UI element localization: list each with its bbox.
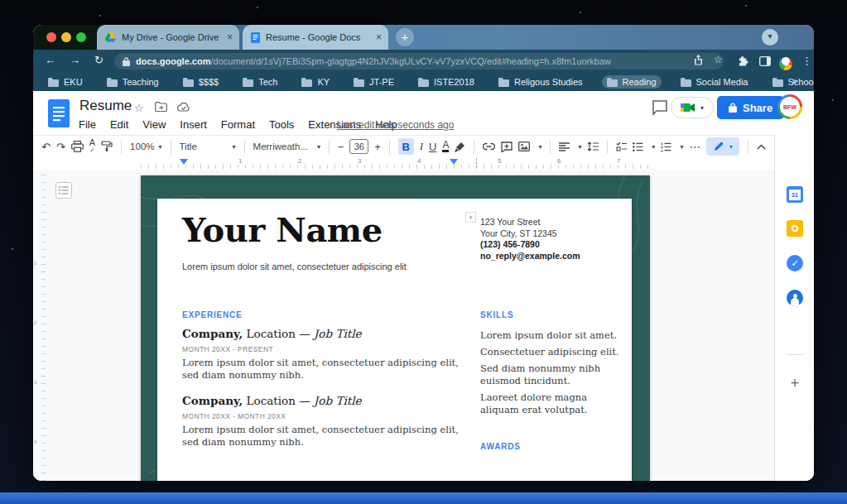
- contact-block[interactable]: 123 Your Street Your City, ST 12345 (123…: [480, 217, 580, 262]
- bookmark-folder-religous-studies[interactable]: Religous Studies: [493, 75, 588, 89]
- url-omnibox[interactable]: docs.google.com /document/d/1sVj7EBi3Spm…: [114, 53, 724, 70]
- decrease-font-size-button[interactable]: −: [338, 141, 344, 153]
- menu-format[interactable]: Format: [221, 118, 255, 131]
- maps-icon[interactable]: [787, 324, 803, 340]
- awards-heading[interactable]: AWARDS: [480, 442, 521, 451]
- redo-icon[interactable]: ↷: [56, 141, 65, 153]
- close-tab-icon[interactable]: ×: [376, 31, 382, 43]
- menu-file[interactable]: File: [79, 118, 96, 131]
- tab-my-drive[interactable]: My Drive - Google Drive ×: [97, 25, 239, 50]
- numbered-list-icon[interactable]: [661, 142, 671, 151]
- bookmark-folder-jtpe[interactable]: JT-PE: [349, 75, 399, 89]
- keep-icon[interactable]: [787, 220, 803, 237]
- column-margin-marker[interactable]: [450, 159, 458, 165]
- resume-content-card[interactable]: ▾ Your Name Lorem ipsum dolor sit amet, …: [157, 199, 632, 481]
- undo-icon[interactable]: ↶: [41, 141, 51, 153]
- menu-view[interactable]: View: [142, 118, 166, 131]
- google-docs-logo-icon[interactable]: [48, 99, 70, 127]
- new-tab-button[interactable]: +: [396, 28, 414, 46]
- menu-edit[interactable]: Edit: [110, 118, 128, 131]
- last-edit-link[interactable]: Last edit was seconds ago: [337, 119, 454, 131]
- font-size-input[interactable]: 36: [349, 139, 368, 154]
- italic-button[interactable]: I: [420, 140, 423, 153]
- skills-heading[interactable]: SKILLS: [480, 310, 513, 319]
- bookmark-folder-teaching[interactable]: Teaching: [102, 75, 164, 89]
- reload-icon[interactable]: ↻: [94, 54, 103, 66]
- spellcheck-icon[interactable]: A✓: [89, 140, 95, 153]
- experience-1-title[interactable]: Company, Location — Job Title: [182, 327, 361, 340]
- more-toolbar-icon[interactable]: ⋯: [689, 140, 700, 153]
- move-to-folder-icon[interactable]: [155, 102, 167, 112]
- close-window-button[interactable]: [46, 32, 56, 42]
- experience-heading[interactable]: EXPERIENCE: [182, 310, 242, 319]
- share-page-icon[interactable]: [694, 55, 703, 65]
- editing-mode-button[interactable]: ▾: [706, 137, 739, 156]
- close-tab-icon[interactable]: ×: [227, 31, 233, 43]
- checklist-icon[interactable]: [616, 142, 627, 151]
- text-color-button[interactable]: A: [442, 141, 449, 152]
- minimize-window-button[interactable]: [61, 32, 71, 42]
- insert-image-icon[interactable]: [518, 142, 530, 151]
- highlight-color-icon[interactable]: [455, 142, 465, 152]
- show-side-panel-chevron-icon[interactable]: ›: [789, 476, 793, 481]
- forward-icon[interactable]: →: [70, 54, 80, 66]
- paint-format-icon[interactable]: [101, 141, 113, 152]
- align-dropdown-icon[interactable]: ▾: [578, 143, 581, 151]
- line-spacing-icon[interactable]: [587, 142, 599, 151]
- underline-button[interactable]: U: [429, 141, 436, 153]
- align-icon[interactable]: [559, 142, 570, 151]
- meet-dropdown-icon[interactable]: ▾: [700, 104, 704, 112]
- menu-insert[interactable]: Insert: [180, 118, 207, 131]
- tab-search-chevron-icon[interactable]: ▾: [762, 29, 778, 46]
- experience-1-body[interactable]: Lorem ipsum dolor sit amet, consectetuer…: [182, 357, 460, 382]
- bookmarks-overflow-icon[interactable]: »: [792, 75, 797, 87]
- meet-join-button[interactable]: ▾: [671, 97, 714, 118]
- experience-2-body[interactable]: Lorem ipsum dolor sit amet, consectetuer…: [182, 424, 460, 449]
- get-addons-button[interactable]: +: [787, 375, 803, 392]
- font-select[interactable]: Merriweath...▾: [253, 142, 320, 151]
- back-icon[interactable]: ←: [45, 54, 55, 66]
- bookmark-folder-reading[interactable]: Reading: [602, 75, 662, 89]
- zoom-window-button[interactable]: [76, 32, 86, 42]
- resume-tagline[interactable]: Lorem ipsum dolor sit amet, consectetuer…: [182, 262, 407, 271]
- zoom-select[interactable]: 100%▾: [130, 142, 161, 151]
- left-indent-marker[interactable]: [180, 159, 188, 165]
- star-document-icon[interactable]: ☆: [134, 102, 144, 114]
- print-icon[interactable]: [71, 141, 84, 152]
- extensions-puzzle-icon[interactable]: [739, 56, 749, 67]
- experience-1-dates[interactable]: MONTH 20XX - PRESENT: [182, 345, 273, 353]
- side-panel-icon[interactable]: [759, 56, 771, 66]
- bulleted-list-dropdown-icon[interactable]: ▾: [652, 143, 655, 151]
- bookmark-folder-iste2018[interactable]: ISTE2018: [413, 75, 479, 89]
- resume-name-heading[interactable]: Your Name: [182, 210, 383, 249]
- tasks-icon[interactable]: ✓: [787, 255, 803, 271]
- bookmark-folder-tech[interactable]: Tech: [238, 75, 282, 89]
- insert-link-icon[interactable]: [483, 142, 495, 151]
- numbered-list-dropdown-icon[interactable]: ▾: [680, 143, 683, 151]
- experience-2-dates[interactable]: MONTH 20XX - MONTH 20XX: [182, 412, 286, 420]
- tab-resume-docs[interactable]: Resume - Google Docs ×: [243, 25, 388, 50]
- skill-item[interactable]: Lorem ipsum dolor sit amet.: [480, 329, 619, 342]
- table-cell-dropdown-icon[interactable]: ▾: [465, 212, 476, 223]
- experience-2-title[interactable]: Company, Location — Job Title: [182, 394, 361, 407]
- paragraph-style-select[interactable]: Title▾: [180, 142, 236, 151]
- open-comments-icon[interactable]: [651, 99, 669, 116]
- bold-button[interactable]: B: [398, 138, 414, 155]
- calendar-icon[interactable]: 31: [787, 186, 803, 203]
- document-title[interactable]: Resume: [79, 98, 132, 114]
- bookmark-folder-eku[interactable]: EKU: [43, 75, 88, 89]
- share-button[interactable]: Share: [717, 96, 784, 119]
- bookmark-folder-money[interactable]: $$$$: [178, 75, 224, 89]
- chrome-profile-avatar[interactable]: [779, 55, 792, 70]
- add-comment-icon[interactable]: [501, 142, 513, 152]
- skill-item[interactable]: Consectetuer adipiscing elit.: [480, 346, 619, 358]
- skill-item[interactable]: Laoreet dolore magna aliquam erat volutp…: [480, 391, 619, 416]
- hide-menus-chevron-icon[interactable]: [757, 144, 766, 150]
- increase-font-size-button[interactable]: +: [374, 141, 381, 153]
- editing-mode-dropdown-icon[interactable]: ▾: [729, 143, 733, 151]
- bookmark-star-icon[interactable]: ☆: [714, 54, 723, 65]
- account-avatar[interactable]: BFW: [777, 94, 802, 119]
- menu-tools[interactable]: Tools: [269, 118, 294, 131]
- chrome-menu-dots-icon[interactable]: ⋮: [801, 55, 812, 67]
- skill-item[interactable]: Sed diam nonummy nibh euismod tincidunt.: [480, 362, 619, 387]
